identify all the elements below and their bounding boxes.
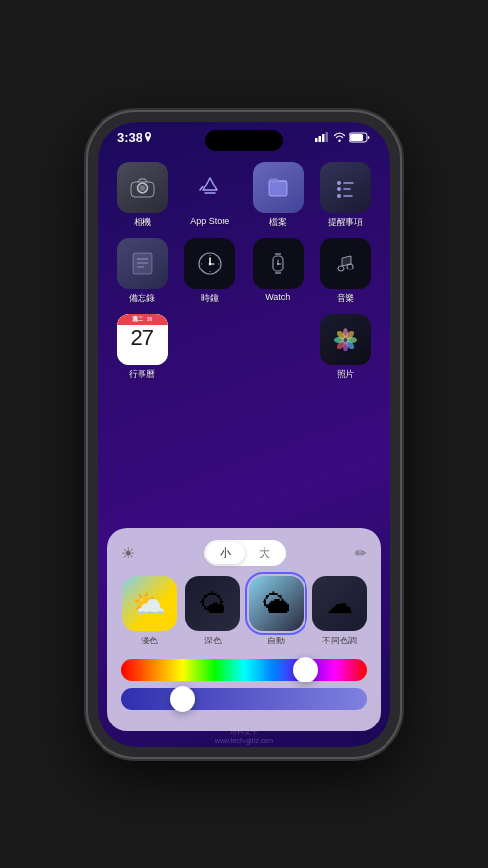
app-calendar[interactable]: 週二 36 27 行事曆	[113, 314, 172, 381]
brightness-icon: ☀	[121, 544, 135, 562]
svg-point-44	[342, 336, 349, 344]
color-slider-thumb[interactable]	[293, 657, 318, 682]
files-icon	[264, 173, 293, 202]
svg-rect-0	[315, 138, 318, 142]
app-watch[interactable]: Watch	[249, 238, 307, 305]
blue-slider-track[interactable]	[121, 688, 367, 710]
theme-light[interactable]: ⛅ 淺色	[121, 576, 177, 647]
svg-rect-9	[269, 181, 287, 196]
app-files[interactable]: 檔案	[249, 162, 307, 228]
theme-custom[interactable]: ☁ 不同色調	[311, 576, 367, 647]
phone-frame: 3:38	[88, 112, 400, 757]
color-slider-track[interactable]	[121, 659, 367, 681]
app-camera[interactable]: 相機	[113, 162, 172, 228]
svg-rect-5	[350, 134, 363, 141]
app-photos[interactable]: 照片	[317, 314, 376, 381]
appstore-icon	[195, 173, 224, 202]
theme-auto[interactable]: 🌥 自動	[248, 576, 304, 647]
music-icon	[331, 249, 360, 278]
eyedropper-icon[interactable]: ✏	[355, 545, 367, 560]
svg-point-34	[338, 266, 344, 271]
notes-icon	[128, 249, 157, 278]
app-music[interactable]: 音樂	[317, 238, 376, 305]
photos-icon	[331, 325, 360, 354]
svg-point-35	[347, 264, 353, 269]
camera-icon	[128, 173, 157, 202]
phone-screen: 3:38	[98, 122, 390, 747]
app-notes[interactable]: 備忘錄	[113, 238, 172, 305]
reminders-icon	[331, 173, 360, 202]
calendar-icon-internal: 週二 36 27	[117, 314, 168, 365]
theme-panel-header: ☀ 小 大 ✏	[121, 540, 367, 566]
app-reminders[interactable]: 提醒事項	[317, 162, 376, 228]
theme-panel: ☀ 小 大 ✏ ⛅ 淺色 🌤	[107, 528, 381, 731]
color-slider-container	[121, 659, 367, 681]
app-appstore[interactable]: App Store	[182, 162, 240, 228]
svg-point-11	[337, 187, 341, 191]
status-icons	[315, 132, 371, 143]
svg-rect-1	[319, 136, 322, 142]
app-clock[interactable]: 時鐘	[182, 238, 240, 305]
wifi-icon	[333, 132, 346, 142]
size-large-button[interactable]: 大	[245, 542, 284, 564]
blue-slider-container	[121, 688, 367, 710]
svg-point-12	[337, 194, 341, 198]
app-empty-1	[182, 314, 240, 381]
theme-dark[interactable]: 🌤 深色	[184, 576, 240, 647]
size-toggle[interactable]: 小 大	[204, 540, 286, 566]
clock-icon	[195, 249, 224, 278]
signal-icon	[315, 132, 329, 142]
svg-rect-3	[326, 132, 329, 142]
theme-options-row: ⛅ 淺色 🌤 深色 🌥 自動	[121, 576, 367, 647]
svg-point-8	[139, 185, 145, 191]
location-icon	[144, 132, 152, 142]
watch-icon	[264, 249, 293, 278]
dynamic-island	[205, 130, 283, 151]
battery-icon	[349, 132, 371, 143]
blue-slider-thumb[interactable]	[170, 686, 195, 712]
svg-rect-2	[322, 134, 325, 142]
app-grid: 相機 App Store	[98, 148, 390, 389]
size-small-button[interactable]: 小	[206, 542, 245, 564]
svg-rect-16	[133, 253, 152, 274]
svg-point-10	[337, 181, 341, 185]
app-empty-2	[249, 314, 307, 381]
status-time: 3:38	[117, 130, 152, 145]
